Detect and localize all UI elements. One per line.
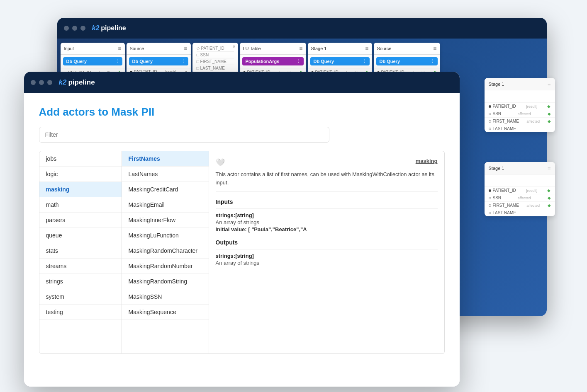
input-chip-label: Db Query [66, 59, 87, 64]
right-s1-r1: PATIENT_ID [result] ◆ [485, 102, 555, 110]
category-list: jobs logic masking math parsers queue st… [39, 151, 122, 354]
detail-outputs-title: Outputs [216, 239, 438, 249]
actor-maskingrandomnum[interactable]: MaskingRandomNumber [122, 259, 209, 274]
detail-category: masking [416, 158, 438, 164]
outer-container: k2 pipeline Input ≡ Db Query ⋮ PATIENT_I… [24, 18, 563, 374]
floating-close[interactable]: × [233, 44, 235, 49]
front-dot-3 [47, 80, 52, 85]
detail-output-param-desc: An array of strings [216, 260, 438, 266]
right-s1-r4: LAST NAME [485, 125, 555, 132]
detail-initial-label: Initial value: [216, 226, 247, 232]
detail-panel: 🤍 masking This actor contains a list of … [209, 151, 445, 354]
lu-menu-icon[interactable]: ≡ [299, 45, 302, 52]
cat-strings[interactable]: strings [39, 274, 122, 289]
lu-actor-chip[interactable]: PopulationArgs ⋮ [242, 57, 304, 65]
source-right-chip[interactable]: Db Query ⋮ [376, 57, 438, 65]
cat-streams[interactable]: streams [39, 259, 122, 274]
cat-queue[interactable]: queue [39, 228, 122, 243]
actor-maskingrandomstr[interactable]: MaskingRandomString [122, 274, 209, 289]
dot-3 [80, 26, 85, 31]
front-dot-1 [31, 80, 36, 85]
browser-front-window: k2 pipeline Add actors to Mask PII jobs … [24, 72, 460, 387]
detail-inputs-title: Inputs [216, 198, 438, 209]
right-s1b-r1: PATIENT_ID [result] ◆ [485, 186, 555, 194]
detail-heart-icon[interactable]: 🤍 [216, 158, 225, 167]
front-dot-2 [39, 80, 44, 85]
right-s1-r2: SSN affected ◆ [485, 110, 555, 117]
dot-1 [64, 26, 69, 31]
right-stage1-menu[interactable]: ≡ [548, 81, 551, 87]
right-stage1-title2: Stage 1 [489, 166, 504, 171]
cat-stats[interactable]: stats [39, 243, 122, 259]
detail-header: 🤍 masking [216, 158, 438, 167]
front-logo-pipeline: pipeline [68, 78, 95, 87]
right-stage1-panel2: Stage 1 ≡ PopulationArgs ⋮ PATIENT_ID [r… [485, 162, 555, 216]
float-field-lname: □LAST_NAME [197, 65, 234, 71]
actor-maskingcreditcard[interactable]: MaskingCreditCard [122, 182, 209, 197]
front-logo-k2: k2 [59, 78, 67, 87]
detail-output-param-name: strings:[string] [216, 253, 438, 259]
lu-panel-header: LU Table ≡ [240, 43, 306, 55]
detail-initial-value: [ "Paula","Beatrice","A [248, 226, 307, 232]
actor-maskinglufunc[interactable]: MaskingLuFunction [122, 228, 209, 243]
source-panel-title: Source [130, 46, 144, 51]
stage1-chip-label: Db Query [314, 59, 334, 64]
lu-panel-title: LU Table [243, 46, 261, 51]
right-s1b-r2: SSN affected ◆ [485, 194, 555, 201]
stage1-menu[interactable]: ≡ [365, 45, 368, 52]
cat-parsers[interactable]: parsers [39, 213, 122, 228]
filter-input[interactable] [39, 127, 329, 143]
cat-math[interactable]: math [39, 197, 122, 213]
cat-masking[interactable]: masking [39, 182, 122, 197]
right-stage1-menu2[interactable]: ≡ [548, 165, 551, 171]
detail-input-initial: Initial value: [ "Paula","Beatrice","A [216, 226, 438, 232]
detail-description: This actor contains a list of first name… [216, 170, 438, 192]
actor-maskingemail[interactable]: MaskingEmail [122, 197, 209, 213]
source-actor-chip[interactable]: Db Query ⋮ [129, 57, 188, 65]
input-menu-icon[interactable]: ≡ [118, 45, 121, 52]
input-chip-icon: ⋮ [115, 59, 119, 63]
detail-input-param-desc: An array of strings [216, 219, 438, 225]
right-panels-container: Stage 1 ≡ PopulationArgs ⋮ PATIENT_ID [r… [485, 78, 555, 216]
cat-testing[interactable]: testing [39, 305, 122, 320]
right-s1-r3: FIRST_NAME affected ◆ [485, 117, 555, 125]
actor-maskingrandomchar[interactable]: MaskingRandomCharacter [122, 243, 209, 259]
right-s1b-r3: FIRST_NAME affected ◆ [485, 201, 555, 209]
front-logo: k2 pipeline [59, 78, 95, 87]
source-right-menu[interactable]: ≡ [433, 45, 436, 52]
right-stage1-chip[interactable]: PopulationArgs ⋮ [487, 92, 553, 100]
source-menu-icon[interactable]: ≡ [184, 45, 187, 52]
detail-input-param-name: strings:[string] [216, 212, 438, 218]
cat-system[interactable]: system [39, 289, 122, 305]
page-title: Add actors to Mask PII [39, 106, 445, 119]
source-chip-label: Db Query [132, 59, 153, 64]
cat-logic[interactable]: logic [39, 167, 122, 182]
stage1-chip[interactable]: Db Query ⋮ [310, 57, 370, 65]
float-field-patient: ◇PATIENT_ID [197, 45, 234, 52]
lu-chip-icon: ⋮ [297, 59, 300, 63]
stage1-chip-icon: ⋮ [363, 59, 366, 63]
cat-jobs[interactable]: jobs [39, 151, 122, 167]
actor-maskinginnerflow[interactable]: MaskingInnerFlow [122, 213, 209, 228]
back-titlebar: k2 pipeline [57, 18, 547, 39]
stage1-header: Stage 1 ≡ [308, 43, 372, 55]
actor-maskingsequence[interactable]: MaskingSequence [122, 305, 209, 320]
input-actor-chip[interactable]: Db Query ⋮ [63, 57, 122, 65]
float-sq3: □ [197, 66, 199, 70]
actor-maskingssn[interactable]: MaskingSSN [122, 289, 209, 305]
float-diamond: ◇ [197, 46, 200, 51]
actor-firstnames[interactable]: FirstNames [122, 151, 209, 167]
float-sq2: □ [197, 59, 199, 64]
logo-k2: k2 [92, 24, 100, 32]
source-panel-header: Source ≡ [127, 43, 191, 55]
right-s1b-r4: LAST NAME [485, 209, 555, 216]
actor-lastnames[interactable]: LastNames [122, 167, 209, 182]
back-logo: k2 pipeline [92, 24, 126, 32]
three-col-layout: jobs logic masking math parsers queue st… [39, 151, 445, 354]
input-panel-header: Input ≡ [61, 43, 125, 55]
right-stage1-chip2[interactable]: PopulationArgs ⋮ [487, 177, 553, 184]
right-stage1-title: Stage 1 [489, 82, 504, 87]
float-field-fname: □FIRST_NAME [197, 58, 234, 65]
float-field-ssn: □SSN [197, 52, 234, 58]
stage1-title: Stage 1 [311, 46, 327, 51]
